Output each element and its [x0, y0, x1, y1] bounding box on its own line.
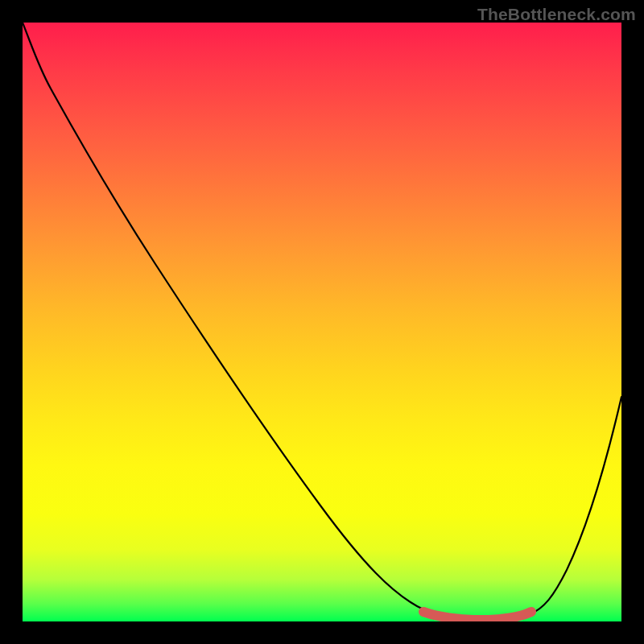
optimal-flat-marker: [423, 612, 531, 620]
watermark-text: TheBottleneck.com: [477, 5, 636, 24]
chart-stage: TheBottleneck.com: [0, 0, 644, 644]
bottleneck-curve: [23, 23, 621, 618]
plot-area: [23, 23, 621, 621]
curve-svg: [23, 23, 621, 621]
